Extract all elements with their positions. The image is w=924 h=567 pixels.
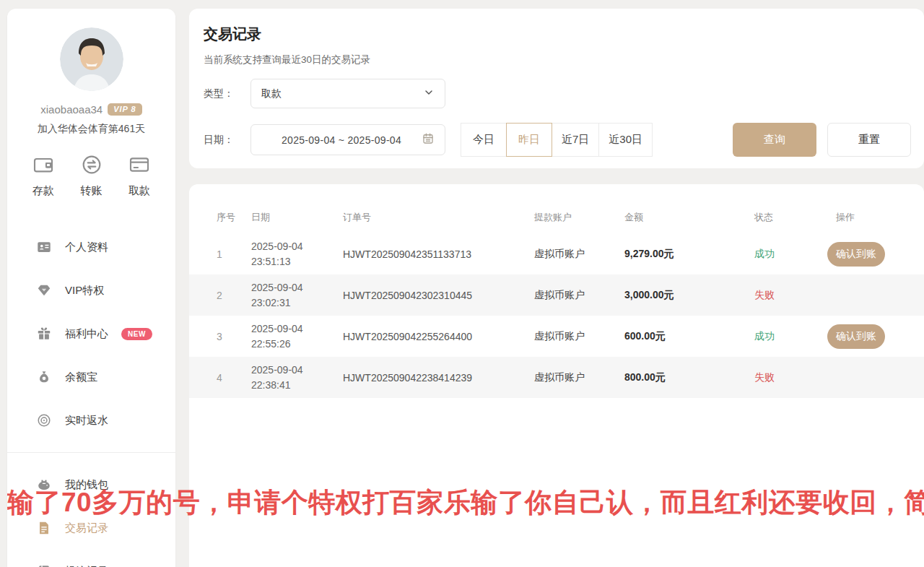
- reset-button[interactable]: 重置: [827, 123, 911, 157]
- page-title: 交易记录: [204, 25, 911, 44]
- sidebar-item-label: 我的钱包: [65, 478, 108, 492]
- column-header: 金额: [624, 211, 745, 224]
- join-days-text: 加入华体会体育第461天: [7, 123, 175, 136]
- new-badge: NEW: [121, 328, 152, 340]
- sidebar-item-rebate[interactable]: 实时返水: [7, 399, 175, 442]
- query-button[interactable]: 查询: [733, 123, 816, 157]
- cell-withdraw-account: 虚拟币账户: [534, 289, 624, 302]
- confirm-arrival-button[interactable]: 确认到账: [827, 324, 885, 349]
- sidebar-menu: 个人资料VIP特权福利中心NEW余额宝实时返水我的钱包交易记录投注记录: [7, 225, 175, 567]
- cell-date: 2025-09-0422:38:41: [251, 363, 343, 392]
- date-range-group: 今日昨日近7日近30日: [461, 123, 653, 157]
- piggy-bank-icon: [36, 477, 52, 493]
- page-subtitle: 当前系统支持查询最近30日的交易记录: [204, 53, 911, 66]
- quick-action-label: 存款: [32, 184, 54, 198]
- avatar: [60, 27, 123, 91]
- cell-order-number: HJWT202509042238414239: [343, 372, 534, 384]
- cell-status: 成功: [745, 248, 826, 261]
- quick-action-deposit-wallet[interactable]: 存款: [32, 153, 55, 198]
- column-header: 操作: [826, 211, 910, 224]
- date-range-input[interactable]: 2025-09-04 ~ 2025-09-04: [250, 124, 445, 155]
- column-header: 提款账户: [534, 211, 624, 224]
- table-header-row: 序号日期订单号提款账户金额状态操作: [189, 202, 924, 233]
- cell-withdraw-account: 虚拟币账户: [534, 330, 624, 343]
- cell-withdraw-account: 虚拟币账户: [534, 371, 624, 384]
- range-button-3[interactable]: 近30日: [598, 123, 653, 157]
- type-select[interactable]: 取款: [250, 79, 445, 108]
- time-part: 23:51:13: [251, 254, 343, 269]
- profile-section: xiaobaoaa34 VIP 8 加入华体会体育第461天 存款转账取款: [7, 9, 175, 198]
- gift-icon: [36, 326, 52, 342]
- records-icon: [36, 520, 52, 536]
- cell-amount: 800.00元: [624, 371, 745, 384]
- sidebar-item-label: 余额宝: [65, 371, 97, 384]
- bet-records-icon: [36, 563, 52, 567]
- table-body: 12025-09-0423:51:13HJWT20250904235113371…: [189, 233, 924, 398]
- date-part: 2025-09-04: [251, 280, 343, 295]
- sidebar-item-moneybag[interactable]: 余额宝: [7, 355, 175, 399]
- sidebar-item-id-card[interactable]: 个人资料: [7, 225, 175, 269]
- table-row: 22025-09-0423:02:31HJWT20250904230231044…: [189, 274, 924, 316]
- type-label: 类型：: [204, 87, 237, 100]
- column-header: 日期: [251, 211, 343, 225]
- sidebar-item-bet-records[interactable]: 投注记录: [7, 550, 175, 567]
- quick-actions: 存款转账取款: [7, 153, 175, 198]
- cell-order-number: HJWT202509042302310445: [343, 290, 534, 301]
- cell-seq: 1: [217, 248, 251, 260]
- range-button-2[interactable]: 近7日: [552, 123, 599, 157]
- range-button-1[interactable]: 昨日: [506, 123, 552, 157]
- date-range-value: 2025-09-04 ~ 2025-09-04: [261, 134, 422, 146]
- date-label: 日期：: [204, 134, 237, 147]
- date-part: 2025-09-04: [251, 239, 343, 254]
- date-part: 2025-09-04: [251, 363, 343, 377]
- sidebar-divider: [7, 452, 175, 453]
- sidebar-item-label: 交易记录: [65, 521, 108, 535]
- sidebar-item-label: VIP特权: [65, 284, 104, 298]
- column-header: 订单号: [343, 211, 534, 224]
- moneybag-icon: [36, 369, 52, 385]
- sidebar-item-piggy-bank[interactable]: 我的钱包: [7, 463, 175, 506]
- sidebar-item-label: 个人资料: [65, 241, 108, 254]
- type-select-value: 取款: [261, 87, 423, 100]
- cell-status: 失败: [745, 289, 826, 302]
- cell-date: 2025-09-0422:55:26: [251, 321, 343, 351]
- quick-action-label: 转账: [81, 184, 103, 198]
- sidebar-item-label: 投注记录: [65, 565, 108, 567]
- sidebar-item-label: 福利中心: [65, 327, 108, 341]
- time-part: 23:02:31: [251, 295, 343, 310]
- cell-order-number: HJWT202509042255264400: [343, 331, 534, 342]
- column-header: 序号: [217, 211, 251, 224]
- filter-card: 交易记录 当前系统支持查询最近30日的交易记录 类型： 取款 日期： 2025-…: [189, 9, 924, 168]
- sidebar-item-label: 实时返水: [65, 414, 108, 428]
- id-card-icon: [36, 239, 52, 255]
- calendar-icon: [422, 132, 435, 148]
- sidebar: xiaobaoaa34 VIP 8 加入华体会体育第461天 存款转账取款 个人…: [7, 9, 175, 567]
- cell-action: 确认到账: [826, 242, 910, 267]
- cell-date: 2025-09-0423:51:13: [251, 239, 343, 269]
- quick-action-label: 取款: [128, 184, 150, 198]
- cell-amount: 9,279.00元: [624, 248, 745, 261]
- confirm-arrival-button[interactable]: 确认到账: [827, 242, 885, 267]
- cell-status: 成功: [745, 330, 826, 343]
- date-part: 2025-09-04: [251, 321, 343, 336]
- quick-action-withdraw-card[interactable]: 取款: [128, 153, 151, 198]
- table-row: 32025-09-0422:55:26HJWT20250904225526440…: [189, 316, 924, 357]
- cell-seq: 2: [217, 290, 251, 301]
- quick-action-transfer-arrows[interactable]: 转账: [80, 153, 103, 198]
- cell-status: 失败: [745, 371, 826, 384]
- rebate-icon: [36, 412, 52, 428]
- sidebar-item-gem[interactable]: VIP特权: [7, 269, 175, 312]
- cell-amount: 3,000.00元: [624, 289, 745, 302]
- cell-amount: 600.00元: [624, 330, 745, 343]
- cell-seq: 3: [217, 331, 251, 342]
- transfer-arrows-icon: [80, 153, 103, 176]
- sidebar-item-gift[interactable]: 福利中心NEW: [7, 312, 175, 355]
- sidebar-item-records[interactable]: 交易记录: [7, 506, 175, 550]
- table-row: 12025-09-0423:51:13HJWT20250904235113371…: [189, 233, 924, 274]
- range-button-0[interactable]: 今日: [461, 123, 507, 157]
- gem-icon: [36, 282, 52, 298]
- column-header: 状态: [745, 211, 826, 224]
- username: xiaobaoaa34: [40, 103, 103, 116]
- deposit-wallet-icon: [32, 153, 55, 176]
- time-part: 22:38:41: [251, 378, 343, 392]
